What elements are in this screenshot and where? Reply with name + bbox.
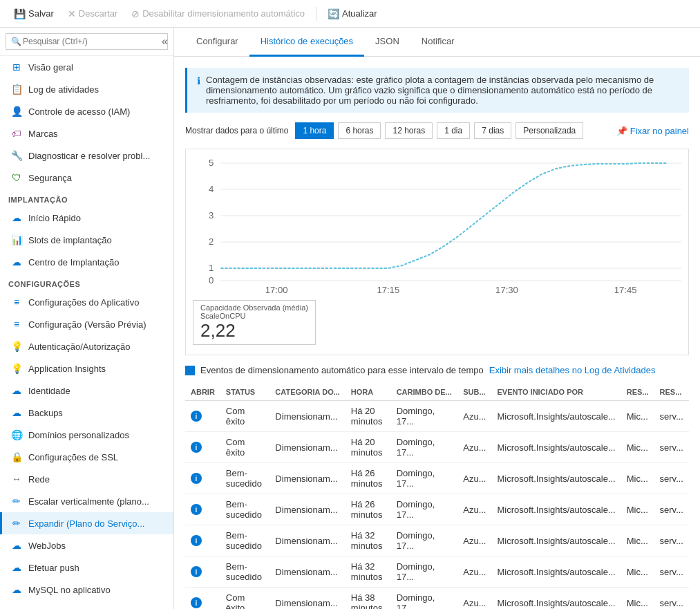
discard-button[interactable]: ✕ Descartar [62,6,123,22]
sidebar-item-ssl[interactable]: 🔒 Configurações de SSL [0,446,173,468]
tab-notificar[interactable]: Notificar [410,28,466,57]
config-preview-icon: ≡ [10,319,23,330]
content-scroll: ℹ Contagem de instâncias observadas: est… [174,57,700,609]
sidebar-item-autenticacao[interactable]: 💡 Autenticação/Autorização [0,335,173,357]
mysql-icon: ☁ [10,584,23,595]
col-res2: RES... [654,384,689,401]
security-icon: 🛡 [10,172,23,183]
events-log-link[interactable]: Exibir mais detalhes no Log de Atividade… [489,365,656,375]
slots-icon: 📊 [10,234,23,245]
sidebar-item-config-versao[interactable]: ≡ Configuração (Versão Prévia) [0,313,173,335]
sidebar-collapse-button[interactable]: « [162,35,168,48]
time-filter: Mostrar dados para o último 1 hora 6 hor… [185,122,689,139]
deploy-center-icon: ☁ [10,256,23,268]
overview-icon: ⊞ [10,62,23,73]
search-icon: 🔍 [11,37,21,46]
sidebar-item-webjobs[interactable]: ☁ WebJobs [0,534,173,556]
content-area: Configurar Histórico de execuções JSON N… [174,28,700,609]
refresh-button[interactable]: 🔄 Atualizar [322,6,383,22]
insights-icon: 💡 [10,363,23,374]
col-res1: RES... [621,384,654,401]
time-btn-12h[interactable]: 12 horas [385,122,433,139]
tab-configurar[interactable]: Configurar [185,28,249,57]
chart-container: 5 4 3 2 1 0 17:00 17:15 17:30 17:45 [185,149,689,355]
time-btn-custom[interactable]: Personalizada [515,122,583,139]
tags-icon: 🏷 [10,128,23,139]
sidebar-item-backups[interactable]: ☁ Backups [0,402,173,424]
row-info-icon[interactable]: i [191,504,202,515]
webjobs-icon: ☁ [10,540,23,551]
svg-text:2: 2 [209,236,214,247]
col-abrir: ABRIR [185,384,220,401]
sidebar-item-slots[interactable]: 📊 Slots de implantação [0,229,173,251]
events-header: Eventos de dimensionamento automático pa… [185,365,689,375]
sidebar-item-seguranca[interactable]: 🛡 Segurança [0,167,173,189]
save-button[interactable]: 💾 Salvar [8,6,59,22]
log-icon: 📋 [10,84,23,95]
chart-svg: 5 4 3 2 1 0 17:00 17:15 17:30 17:45 [193,156,681,294]
iam-icon: 👤 [10,106,23,117]
sidebar-item-inicio-rapido[interactable]: ☁ Início Rápido [0,207,173,229]
svg-text:3: 3 [209,210,214,221]
col-evento: EVENTO INICIADO POR [491,384,621,401]
refresh-icon: 🔄 [328,8,339,19]
disable-autoscale-button[interactable]: ⊘ Desabilitar dimensionamento automático [126,6,310,22]
sidebar-item-app-insights[interactable]: 💡 Application Insights [0,357,173,380]
scale-up-icon: ✏ [10,496,23,507]
pin-button[interactable]: 📌 Fixar no painel [616,126,689,136]
table-row: i Bem-sucedido Dimensionam... Há 26 minu… [185,494,689,525]
svg-text:17:45: 17:45 [614,285,637,294]
sidebar-item-centro-implantacao[interactable]: ☁ Centro de Implantação [0,251,173,273]
time-btn-6h[interactable]: 6 horas [338,122,381,139]
sidebar-item-marcas[interactable]: 🏷 Marcas [0,122,173,144]
sidebar-item-diagnosticar[interactable]: 🔧 Diagnosticar e resolver probl... [0,144,173,167]
row-info-icon[interactable]: i [191,473,202,484]
sidebar-item-controle-acesso[interactable]: 👤 Controle de acesso (IAM) [0,100,173,122]
search-input[interactable] [6,33,168,50]
quickstart-icon: ☁ [10,212,23,223]
tab-historico[interactable]: Histórico de execuções [249,28,364,57]
col-carimbo: CARIMBO DE... [391,384,458,401]
sidebar-item-expandir[interactable]: ✏ Expandir (Plano do Serviço... [0,512,173,534]
sidebar-item-rede[interactable]: ↔ Rede [0,468,173,490]
sidebar-item-visao-geral[interactable]: ⊞ Visão geral [0,56,173,78]
main-layout: 🔍 « ⊞ Visão geral 📋 Log de atividades 👤 … [0,28,700,609]
expand-icon: ✏ [10,518,23,529]
row-info-icon[interactable]: i [191,535,202,546]
svg-text:17:15: 17:15 [377,285,399,294]
section-implantacao: Implantação [0,189,173,207]
sidebar-item-log-atividades[interactable]: 📋 Log de atividades [0,78,173,100]
table-row: i Com êxito Dimensionam... Há 20 minutos… [185,401,689,432]
time-btn-1h[interactable]: 1 hora [295,122,334,139]
events-table: ABRIR STATUS CATEGORIA DO... HORA CARIMB… [185,384,689,609]
time-btn-1d[interactable]: 1 dia [437,122,470,139]
info-box: ℹ Contagem de instâncias observadas: est… [185,68,689,113]
time-btn-7d[interactable]: 7 dias [474,122,511,139]
row-info-icon[interactable]: i [191,442,202,453]
sidebar-item-config-aplicativo[interactable]: ≡ Configurações do Aplicativo [0,291,173,313]
sidebar-item-identidade[interactable]: ☁ Identidade [0,380,173,402]
identity-icon: ☁ [10,385,23,396]
sidebar-item-efetuar-push[interactable]: ☁ Efetuar push [0,556,173,579]
disable-icon: ⊘ [131,8,140,19]
search-wrapper: 🔍 [6,33,168,50]
svg-text:0: 0 [209,275,214,285]
table-row: i Bem-sucedido Dimensionam... Há 32 minu… [185,525,689,556]
col-categoria: CATEGORIA DO... [269,384,346,401]
ssl-icon: 🔒 [10,451,23,462]
row-info-icon[interactable]: i [191,411,202,422]
app-config-icon: ≡ [10,297,23,308]
table-row: i Com êxito Dimensionam... Há 20 minutos… [185,432,689,463]
backups-icon: ☁ [10,407,23,418]
pin-icon: 📌 [616,126,627,136]
domains-icon: 🌐 [10,429,23,440]
sidebar-item-dominios[interactable]: 🌐 Domínios personalizados [0,424,173,446]
tab-json[interactable]: JSON [364,28,410,57]
sidebar-item-mysql[interactable]: ☁ MySQL no aplicativo [0,579,173,601]
events-indicator [185,366,195,375]
row-info-icon[interactable]: i [191,597,202,608]
row-info-icon[interactable]: i [191,566,202,577]
col-status: STATUS [220,384,270,401]
toolbar: 💾 Salvar ✕ Descartar ⊘ Desabilitar dimen… [0,0,700,28]
sidebar-item-escalar-vert[interactable]: ✏ Escalar verticalmente (plano... [0,490,173,512]
